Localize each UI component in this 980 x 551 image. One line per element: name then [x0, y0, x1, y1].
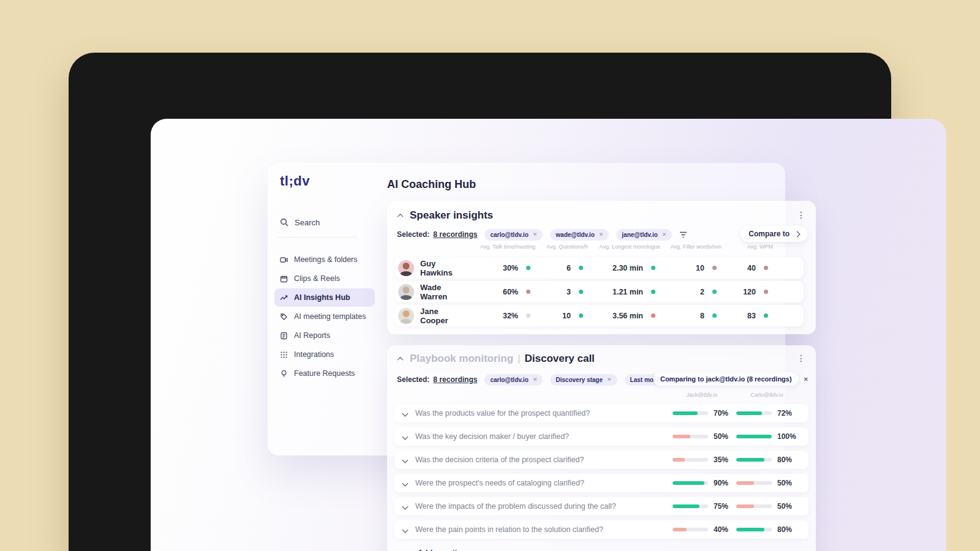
sidebar-item-label: Meetings & folders: [294, 255, 358, 264]
comparing-chip-wrap: Comparing to jack@tldv.io (8 recordings): [654, 372, 809, 386]
progress-bar: [736, 458, 764, 462]
status-dot: [651, 290, 655, 294]
question-row[interactable]: Was the products value for the prospect …: [394, 404, 809, 422]
question-row[interactable]: Was the key decision maker / buyer clari…: [394, 427, 809, 446]
sidebar-item-ai-insights-hub[interactable]: AI Insights Hub: [274, 288, 375, 307]
status-dot: [651, 266, 655, 270]
expand-chevron-icon[interactable]: [402, 503, 409, 509]
progress-left: 90%: [673, 479, 736, 487]
sidebar-item-label: Feature Requests: [294, 369, 355, 378]
filter-chip[interactable]: Discovery stage: [550, 374, 617, 386]
selected-label: Selected:: [397, 375, 429, 384]
comparing-chip[interactable]: Comparing to jack@tldv.io (8 recordings): [654, 372, 799, 386]
status-dot: [526, 313, 530, 318]
selected-label: Selected:: [397, 230, 429, 239]
playbook-header[interactable]: Playbook monitoring|Discovery call: [398, 353, 595, 365]
page-title: AI Coaching Hub: [387, 178, 476, 191]
laptop-frame: tl;dv Search Meetings & folders Clips & …: [69, 53, 891, 551]
progress-left: 35%: [673, 455, 736, 464]
progress-left: 75%: [673, 502, 736, 511]
insights-chart-icon: [280, 294, 288, 302]
expand-chevron-icon[interactable]: [402, 480, 409, 486]
expand-chevron-icon[interactable]: [402, 457, 409, 463]
collapse-chevron-icon[interactable]: [398, 356, 404, 362]
collapse-chevron-icon[interactable]: [398, 213, 404, 219]
selected-recordings-link[interactable]: 8 recordings: [433, 375, 477, 384]
remove-chip-icon[interactable]: [599, 231, 604, 238]
plus-icon: [404, 548, 410, 551]
progress-right: 50%: [736, 479, 800, 487]
clapperboard-icon: [280, 275, 288, 283]
speaker-insights-header[interactable]: Speaker insights: [398, 209, 493, 222]
status-dot: [764, 290, 768, 294]
report-document-icon: [280, 332, 288, 340]
grid-dots-icon: [280, 351, 288, 359]
question-row[interactable]: Were the prospect's needs of cataloging …: [394, 474, 809, 492]
avatar: [398, 284, 414, 300]
selected-recordings-link[interactable]: 8 recordings: [433, 230, 477, 239]
sidebar-item-label: AI Insights Hub: [294, 293, 350, 302]
kebab-menu-icon[interactable]: [796, 353, 806, 363]
filter-funnel-icon[interactable]: [679, 231, 687, 238]
filter-chip[interactable]: jane@tldv.io: [616, 229, 672, 241]
speaker-filter-row: Selected: 8 recordings carlo@tldv.io wad…: [397, 228, 687, 241]
progress-right: 50%: [736, 502, 800, 511]
question-row[interactable]: Were the impacts of the problem discusse…: [394, 497, 809, 515]
progress-bar: [736, 411, 762, 415]
remove-chip-icon[interactable]: [607, 377, 612, 383]
add-question-button[interactable]: Add question: [404, 544, 467, 551]
remove-chip-icon[interactable]: [533, 231, 538, 238]
sidebar-item-ai-meeting-templates[interactable]: AI meeting templates: [274, 307, 375, 326]
filter-chip[interactable]: carlo@tldv.io: [484, 374, 543, 386]
progress-bar: [673, 458, 685, 462]
speaker-table-header: Avg. Talk time/meeting Avg. Questions/h …: [394, 244, 809, 250]
sidebar-item-clips[interactable]: Clips & Reels: [274, 269, 375, 288]
status-dot: [579, 290, 583, 294]
expand-chevron-icon[interactable]: [402, 527, 409, 533]
playbook-title-muted: Playbook monitoring: [410, 353, 513, 364]
progress-right: 72%: [736, 409, 800, 418]
speaker-insights-card: Speaker insights Selected: 8 recordings …: [387, 201, 816, 334]
status-dot: [712, 313, 717, 318]
sidebar-item-feature-requests[interactable]: Feature Requests: [274, 364, 375, 383]
status-dot: [579, 266, 583, 270]
kebab-menu-icon[interactable]: [796, 210, 806, 220]
filter-chip[interactable]: carlo@tldv.io: [484, 229, 543, 241]
sidebar-item-ai-reports[interactable]: AI Reports: [274, 326, 375, 345]
column-header: Avg. WPM: [747, 244, 779, 250]
sidebar-search[interactable]: Search: [274, 213, 375, 231]
speaker-row-wade-warren[interactable]: Wade Warren 60% 3 1.21 min 2 120: [394, 281, 804, 302]
progress-left: 40%: [673, 525, 736, 534]
progress-bar: [736, 528, 764, 531]
column-header: Avg. Longest monologue: [600, 244, 666, 250]
status-dot: [764, 266, 768, 270]
remove-comparison-icon[interactable]: [804, 376, 809, 383]
question-row[interactable]: Were the pain points in relation to the …: [394, 520, 809, 539]
remove-chip-icon[interactable]: [662, 231, 667, 238]
column-header: Avg. Talk time/meeting: [480, 244, 541, 250]
desktop-background: tl;dv Search Meetings & folders Clips & …: [0, 0, 980, 551]
remove-chip-icon[interactable]: [533, 377, 538, 383]
search-icon: [280, 218, 288, 227]
expand-chevron-icon[interactable]: [402, 410, 409, 416]
sidebar-item-label: Clips & Reels: [294, 274, 340, 283]
progress-bar: [673, 504, 699, 508]
expand-chevron-icon[interactable]: [402, 433, 409, 440]
status-dot: [764, 313, 768, 318]
sidebar-divider: [277, 237, 358, 238]
sidebar-item-label: AI Reports: [294, 331, 330, 340]
sidebar-item-meetings[interactable]: Meetings & folders: [274, 250, 375, 269]
compare-to-button[interactable]: Compare to: [741, 226, 807, 242]
speaker-row-jane-cooper[interactable]: Jane Cooper 32% 10 3.56 min 8 83: [394, 305, 804, 326]
status-dot: [712, 266, 717, 270]
playbook-filter-row: Selected: 8 recordings carlo@tldv.io Dis…: [397, 373, 693, 386]
speaker-row-guy-hawkins[interactable]: Guy Hawkins 30% 6 2.30 min 10 40: [394, 257, 804, 279]
filter-chip[interactable]: wade@tldv.io: [550, 229, 609, 241]
question-row[interactable]: Was the decision criteria of the prospec…: [394, 451, 809, 469]
progress-bar: [673, 528, 687, 531]
progress-bar: [673, 411, 698, 415]
sidebar-search-label: Search: [295, 218, 320, 227]
sidebar-item-integrations[interactable]: Integrations: [274, 345, 375, 364]
comparison-column-left: Jack@tldv.io: [673, 392, 731, 398]
progress-right: 100%: [736, 432, 800, 441]
